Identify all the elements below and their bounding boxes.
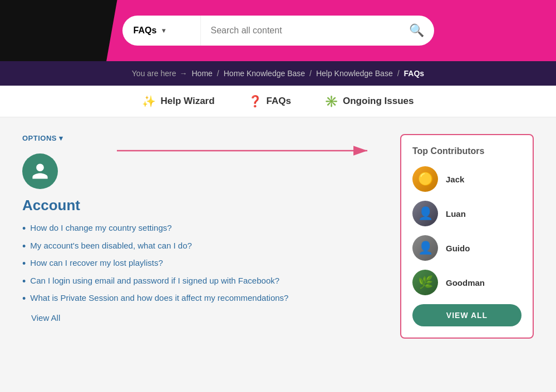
view-all-link[interactable]: View All [31,313,60,322]
tab-help-wizard-label: Help Wizard [160,96,214,107]
breadcrumb: You are here → Home / Home Knowledge Bas… [132,69,424,78]
avatar-jack: 🟡 [412,166,438,192]
contributor-name-luan: Luan [446,209,466,219]
list-item: My account's been disabled, what can I d… [22,241,383,253]
faq-dropdown[interactable]: FAQs ▾ [122,16,200,46]
search-icon: 🔍 [409,23,424,37]
faq-link-3[interactable]: Can I login using email and password if … [30,276,279,285]
you-are-here: You are here → [132,69,188,78]
breadcrumb-current: FAQs [404,69,425,78]
contributor-name-jack: Jack [446,175,464,184]
left-content: OPTIONS ▾ Account How do I change my cou… [22,134,383,339]
contributor-name-goodman: Goodman [446,278,485,287]
faq-list: How do I change my country settings? My … [22,223,383,305]
faq-link-1[interactable]: My account's been disabled, what can I d… [30,241,192,250]
header-section: FAQs ▾ 🔍 [0,0,556,61]
breadcrumb-help-kb[interactable]: Help Knowledge Base [316,69,393,78]
tab-ongoing-issues-label: Ongoing Issues [343,96,414,107]
tab-help-wizard[interactable]: ✨ Help Wizard [142,95,214,108]
contributor-item: 🌿 Goodman [412,270,521,295]
help-wizard-icon: ✨ [142,95,156,108]
avatar-luan: 👤 [412,201,438,226]
right-sidebar: Top Contributors 🟡 Jack 👤 Luan 👤 Guido [400,134,534,339]
breadcrumb-home-kb[interactable]: Home Knowledge Base [224,69,305,78]
ongoing-issues-icon: ✳️ [324,95,338,108]
list-item: What is Private Session and how does it … [22,293,383,305]
view-all-contributors-button[interactable]: VIEW ALL [412,304,521,326]
dropdown-arrow: ▾ [162,27,165,34]
contributor-name-guido: Guido [446,244,470,253]
contributors-box: Top Contributors 🟡 Jack 👤 Luan 👤 Guido [400,134,534,339]
user-avatar [22,153,58,189]
search-button[interactable]: 🔍 [409,23,424,38]
person-icon [31,162,50,181]
tab-faqs[interactable]: ❓ FAQs [248,95,291,108]
breadcrumb-home[interactable]: Home [191,69,212,78]
list-item: How do I change my country settings? [22,223,383,235]
faqs-icon: ❓ [248,95,262,108]
list-item: How can I recover my lost playlists? [22,258,383,270]
faq-link-0[interactable]: How do I change my country settings? [30,223,171,232]
account-title: Account [22,197,383,214]
options-button[interactable]: OPTIONS ▾ [22,134,63,142]
dropdown-label: FAQs [134,26,157,36]
search-input-wrap: 🔍 [200,16,434,46]
faq-link-2[interactable]: How can I recover my lost playlists? [30,258,163,267]
nav-tabs: ✨ Help Wizard ❓ FAQs ✳️ Ongoing Issues [0,86,556,117]
tab-ongoing-issues[interactable]: ✳️ Ongoing Issues [324,95,414,108]
contributor-item: 🟡 Jack [412,166,521,192]
faq-link-4[interactable]: What is Private Session and how does it … [30,293,288,302]
breadcrumb-bar: You are here → Home / Home Knowledge Bas… [0,61,556,86]
search-bar-container: FAQs ▾ 🔍 [122,16,434,46]
list-item: Can I login using email and password if … [22,276,383,288]
search-input[interactable] [211,26,409,36]
contributor-item: 👤 Luan [412,201,521,226]
avatar-guido: 👤 [412,235,438,261]
contributors-title: Top Contributors [412,146,521,156]
avatar-goodman: 🌿 [412,270,438,295]
main-content: OPTIONS ▾ Account How do I change my cou… [0,117,556,355]
tab-faqs-label: FAQs [267,96,291,107]
contributor-item: 👤 Guido [412,235,521,261]
